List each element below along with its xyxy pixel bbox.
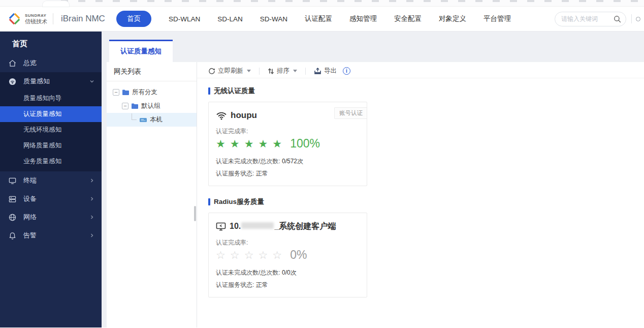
tree-connector xyxy=(132,113,137,120)
wireless-auth-section: 无线认证质量 houpu 账号认证 认证完成率: xyxy=(197,78,644,186)
wifi-icon xyxy=(216,111,227,120)
nav-sd-wan[interactable]: SD-WAN xyxy=(260,15,287,23)
count-value: 0/0次 xyxy=(282,269,297,276)
sidebar-item-network[interactable]: 网络 xyxy=(0,208,102,226)
chevron-right-icon xyxy=(89,196,94,201)
page-layout: 首页 总览 质量感知 质量感知向导 认证质量感知 无线环境感知 xyxy=(0,32,644,327)
sidebar-item-label: 网络 xyxy=(23,213,89,222)
nav-security-config[interactable]: 安全配置 xyxy=(394,14,422,23)
sidebar-item-label: 设备 xyxy=(23,194,89,203)
status-label: 认证服务状态: xyxy=(216,281,254,288)
sidebar-item-service-quality[interactable]: 业务质量感知 xyxy=(0,154,102,169)
sidebar-item-label: 总览 xyxy=(23,58,94,68)
tree-node-label: 默认组 xyxy=(141,102,160,110)
terminal-icon xyxy=(8,176,17,185)
caret-down-icon xyxy=(293,70,297,72)
sidebar-item-terminal[interactable]: 终端 xyxy=(0,171,102,190)
status-label: 认证服务状态: xyxy=(216,170,254,177)
tree-node-all-branches[interactable]: − 所有分支 xyxy=(107,85,197,99)
brand-company: SUNDRAY 信锐技术 xyxy=(25,14,47,24)
star-icon: ☆ xyxy=(230,249,240,261)
quality-sense-icon xyxy=(8,77,17,86)
scrollbar-thumb[interactable] xyxy=(194,206,196,221)
section-title: Radius服务质量 xyxy=(208,197,644,206)
redacted-ip xyxy=(241,222,274,229)
count-line: 认证未完成次数/总次数: 0/0次 xyxy=(216,269,360,277)
sidebar-item-alarm[interactable]: 告警 xyxy=(0,226,102,245)
nav-object-def[interactable]: 对象定义 xyxy=(439,14,466,23)
sort-button[interactable]: 排序 xyxy=(268,67,297,75)
star-icon: ★ xyxy=(216,137,226,150)
ssid-name: houpu xyxy=(231,110,257,121)
tree-collapse-toggle[interactable]: − xyxy=(122,103,128,109)
sidebar-item-wireless-env[interactable]: 无线环境感知 xyxy=(0,122,102,138)
brand: SUNDRAY 信锐技术 iBrain NMC xyxy=(7,12,105,26)
tab-auth-quality[interactable]: 认证质量感知 xyxy=(109,40,173,62)
search-input[interactable] xyxy=(561,15,614,22)
sidebar-item-network-quality[interactable]: 网络质量感知 xyxy=(0,138,102,154)
search-icon[interactable] xyxy=(614,15,621,23)
star-rating: ☆ ☆ ☆ ☆ ☆ 0% xyxy=(216,248,360,262)
sidebar-item-auth-quality[interactable]: 认证质量感知 xyxy=(0,106,102,122)
export-button[interactable]: 导出 xyxy=(314,67,337,75)
info-icon[interactable]: i xyxy=(343,67,350,75)
section-title-bar xyxy=(208,198,210,205)
sidebar-section-title: 首页 xyxy=(0,32,102,54)
tree-node-label: 本机 xyxy=(150,115,163,124)
star-icon: ☆ xyxy=(216,249,226,261)
count-label: 认证未完成次数/总次数: xyxy=(216,269,280,276)
content-panels: 网关列表 − 所有分支 − 默认组 xyxy=(102,62,644,327)
star-icon: ★ xyxy=(244,137,254,150)
nav-sd-lan[interactable]: SD-LAN xyxy=(217,15,243,23)
toolbar-divider xyxy=(305,68,306,75)
sidebar-item-device[interactable]: 设备 xyxy=(0,190,102,208)
gateway-tree: − 所有分支 − 默认组 xyxy=(107,81,197,127)
sidebar-item-quality-sense[interactable]: 质量感知 xyxy=(0,72,102,91)
sidebar-item-label: 质量感知 xyxy=(23,77,89,86)
status-line: 认证服务状态: 正常 xyxy=(216,281,360,289)
toolbar: 立即刷新 排序 xyxy=(197,62,644,78)
sidebar: 首页 总览 质量感知 质量感知向导 认证质量感知 无线环境感知 xyxy=(0,32,102,327)
tree-node-label: 所有分支 xyxy=(132,88,157,97)
tree-collapse-toggle[interactable]: − xyxy=(113,89,119,96)
header-divider xyxy=(631,14,632,23)
product-name: iBrain NMC xyxy=(61,14,105,24)
radius-quality-card[interactable]: 10._系统创建客户端 认证完成率: ☆ ☆ ☆ ☆ ☆ 0% xyxy=(208,213,367,297)
nav-sd-wlan[interactable]: SD-WLAN xyxy=(169,15,200,23)
section-title: 无线认证质量 xyxy=(208,86,644,96)
chevron-down-icon xyxy=(89,79,94,84)
sort-icon xyxy=(268,68,274,75)
star-icon: ☆ xyxy=(272,249,282,261)
nav-platform-mgmt[interactable]: 平台管理 xyxy=(484,14,511,23)
global-search[interactable] xyxy=(555,12,626,26)
nav-auth-config[interactable]: 认证配置 xyxy=(305,14,332,23)
auth-quality-card-houpu[interactable]: houpu 账号认证 认证完成率: ★ ★ ★ ★ ★ 100% xyxy=(208,102,367,186)
status-value: 正常 xyxy=(256,170,268,177)
sidebar-item-label: 告警 xyxy=(23,231,89,240)
star-icon: ★ xyxy=(272,137,282,150)
caret-down-icon xyxy=(247,70,251,72)
refresh-button[interactable]: 立即刷新 xyxy=(208,67,251,75)
sort-label: 排序 xyxy=(277,67,289,75)
gateway-device-icon xyxy=(139,117,147,123)
nav-home[interactable]: 首页 xyxy=(116,11,151,27)
network-globe-icon xyxy=(8,213,17,222)
folder-icon xyxy=(131,103,139,109)
top-bar: SUNDRAY 信锐技术 iBrain NMC 首页 SD-WLAN SD-LA… xyxy=(0,7,644,32)
chevron-right-icon xyxy=(89,233,94,238)
tab-bar: 认证质量感知 xyxy=(102,32,644,62)
refresh-label: 立即刷新 xyxy=(218,67,243,75)
sidebar-item-quality-wizard[interactable]: 质量感知向导 xyxy=(0,91,102,106)
tree-node-local-device[interactable]: 本机 xyxy=(107,113,197,127)
star-icon: ☆ xyxy=(258,249,268,261)
sidebar-item-overview[interactable]: 总览 xyxy=(0,54,102,72)
home-icon xyxy=(8,59,17,68)
nav-sense-mgmt[interactable]: 感知管理 xyxy=(349,14,377,23)
star-icon: ☆ xyxy=(244,249,254,261)
main-area: 认证质量感知 网关列表 − 所有分支 − xyxy=(102,32,644,327)
tree-node-default-group[interactable]: − 默认组 xyxy=(107,99,197,113)
folder-icon xyxy=(122,89,130,96)
rate-label: 认证完成率: xyxy=(216,238,360,247)
section-title-text: Radius服务质量 xyxy=(214,197,264,206)
brand-divider xyxy=(53,13,53,24)
